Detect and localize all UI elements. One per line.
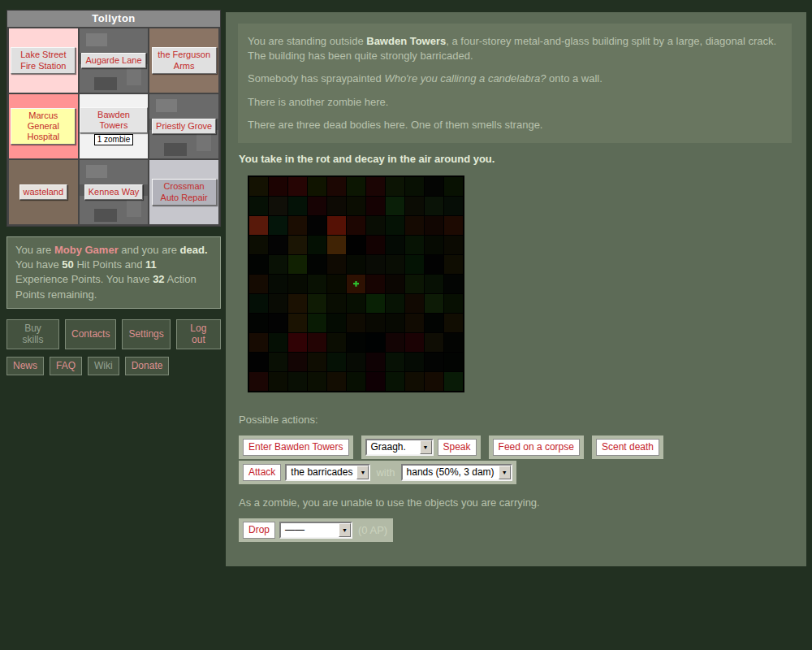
- scent-cell: [366, 177, 385, 196]
- map-cell-the-ferguson-arms: the Ferguson Arms: [149, 28, 218, 93]
- scent-map: [248, 176, 464, 392]
- scent-cell: [347, 372, 365, 391]
- scent-cell: [327, 294, 346, 313]
- buy-skills-button[interactable]: Buy skills: [6, 319, 59, 349]
- scent-cell: [425, 197, 443, 215]
- map-cell-priestly-grove: Priestly Grove: [149, 94, 218, 158]
- scent-cell: [386, 255, 404, 274]
- scent-cell: [249, 216, 268, 235]
- player-position-dot: [353, 281, 359, 287]
- scent-cell: [288, 294, 307, 313]
- speech-select-value: Graagh.: [367, 440, 420, 454]
- wiki-button[interactable]: Wiki: [88, 357, 119, 375]
- zombie-inventory-note: As a zombie, you are unable to use the o…: [239, 496, 792, 509]
- scent-cell: [444, 333, 463, 352]
- map-move-button[interactable]: Lake Street Fire Station: [11, 47, 76, 73]
- player-state: dead.: [180, 244, 208, 256]
- scent-cell: [386, 294, 404, 313]
- faq-button[interactable]: FAQ: [50, 357, 82, 375]
- contacts-button[interactable]: Contacts: [65, 319, 116, 349]
- scent-cell: [249, 333, 268, 352]
- donate-button[interactable]: Donate: [125, 357, 170, 375]
- ap-cost-note: (0 AP): [356, 524, 389, 536]
- map-move-button[interactable]: Crossman Auto Repair: [152, 179, 217, 205]
- scent-cell: [308, 177, 326, 196]
- scent-cell: [405, 353, 424, 371]
- scent-cell: [405, 216, 424, 235]
- map-move-button[interactable]: wasteland: [19, 184, 68, 200]
- scent-cell: [347, 294, 365, 313]
- scent-cell: [405, 177, 424, 196]
- scent-cell: [347, 197, 365, 215]
- scent-cell: [425, 255, 443, 274]
- scent-cell: [327, 353, 346, 371]
- scent-cell: [366, 216, 385, 235]
- scent-cell: [366, 372, 385, 391]
- scent-cell: [308, 236, 326, 254]
- scent-cell: [405, 275, 424, 293]
- feed-form: Feed on a corpse: [489, 436, 584, 459]
- scent-cell: [405, 236, 424, 254]
- speak-form: Graagh. ▼ Speak: [361, 436, 481, 459]
- scent-cell: [366, 197, 385, 215]
- player-status: You are Moby Gamer and you are dead. You…: [6, 236, 221, 309]
- speech-select[interactable]: Graagh. ▼: [365, 439, 434, 456]
- scent-cell: [249, 275, 268, 293]
- scent-cell: [425, 236, 443, 254]
- map-move-button[interactable]: Kennea Way: [84, 184, 144, 200]
- scent-cell: [288, 177, 307, 196]
- scent-cell: [347, 333, 365, 352]
- map-current-location-button[interactable]: Bawden Towers: [80, 107, 149, 133]
- attack-form: Attack the barricades ▼ with hands (50%,…: [239, 461, 516, 484]
- scent-cell: [347, 177, 365, 196]
- experience-points: 11: [145, 258, 157, 271]
- scent-cell: [347, 216, 365, 235]
- scent-cell: [308, 255, 326, 274]
- scent-cell: [269, 333, 287, 352]
- scent-cell: [425, 294, 443, 313]
- scent-cell: [288, 353, 307, 371]
- drop-button[interactable]: Drop: [243, 522, 275, 539]
- logout-button[interactable]: Log out: [176, 319, 221, 349]
- dropdown-arrow-icon: ▼: [420, 440, 432, 454]
- scent-cell: [366, 314, 385, 332]
- scent-cell: [288, 314, 307, 332]
- settings-button[interactable]: Settings: [122, 319, 170, 349]
- scent-cell: [386, 177, 404, 196]
- weapon-select[interactable]: hands (50%, 3 dam) ▼: [401, 464, 512, 481]
- scent-cell: [288, 372, 307, 391]
- possible-actions-label: Possible actions:: [239, 414, 792, 426]
- scent-cell: [444, 372, 463, 391]
- scent-cell: [386, 372, 404, 391]
- drop-item-select[interactable]: —— ▼: [279, 522, 352, 539]
- scent-cell: [249, 236, 268, 254]
- scent-cell: [269, 216, 287, 235]
- scent-cell: [386, 236, 404, 254]
- attack-button[interactable]: Attack: [243, 464, 281, 481]
- feed-on-corpse-button[interactable]: Feed on a corpse: [493, 439, 580, 456]
- news-button[interactable]: News: [6, 357, 44, 375]
- scent-cell: [347, 353, 365, 371]
- speak-button[interactable]: Speak: [438, 439, 477, 456]
- map-move-button[interactable]: the Ferguson Arms: [152, 47, 217, 73]
- hit-points: 50: [62, 258, 73, 271]
- scent-cell: [327, 216, 346, 235]
- scent-cell: [308, 275, 326, 293]
- drop-form: Drop —— ▼ (0 AP): [239, 518, 393, 542]
- dropdown-arrow-icon: ▼: [356, 466, 369, 479]
- scent-cell: [444, 197, 463, 215]
- map-cell-augarde-lane: Augarde Lane: [80, 28, 149, 93]
- scent-cell: [288, 236, 307, 254]
- player-name: Moby Gamer: [54, 244, 119, 256]
- map-move-button[interactable]: Augarde Lane: [81, 53, 145, 68]
- map-move-button[interactable]: Priestly Grove: [152, 119, 216, 134]
- map-move-button[interactable]: Marcus General Hospital: [11, 108, 76, 145]
- scent-death-button[interactable]: Scent death: [596, 439, 659, 456]
- attack-target-select[interactable]: the barricades ▼: [285, 464, 370, 481]
- scent-cell: [249, 294, 268, 313]
- enter-building-button[interactable]: Enter Bawden Towers: [243, 439, 349, 456]
- scent-cell: [425, 333, 443, 352]
- main-panel: You are standing outside Bawden Towers, …: [226, 12, 806, 566]
- scent-cell: [288, 275, 307, 293]
- scent-cell: [386, 216, 404, 235]
